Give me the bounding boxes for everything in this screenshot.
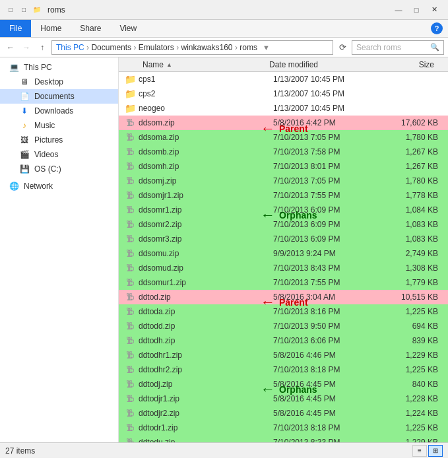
network-icon: 🌐 xyxy=(8,181,20,191)
table-row[interactable]: 🗜 ddsomj.zip 7/10/2013 7:05 PM 1,780 KB xyxy=(119,174,448,188)
main-layout: 💻 This PC 🖥 Desktop 📄 Documents ⬇ Downlo… xyxy=(0,57,448,442)
zip-icon: 🗜 xyxy=(126,220,134,229)
file-date-10: 7/10/2013 6:09 PM xyxy=(268,220,380,229)
table-row[interactable]: 📁 cps1 1/13/2007 10:45 PM xyxy=(119,72,448,86)
zip-icon: 🗜 xyxy=(126,307,134,316)
table-row[interactable]: 🗜 ddtodjr1.zip 5/8/2016 4:45 PM 1,228 KB xyxy=(119,391,448,406)
table-row[interactable]: 🗜 ddsomr1.zip 7/10/2013 6:09 PM 1,084 KB xyxy=(119,203,448,217)
search-box[interactable]: Search roms 🔍 xyxy=(352,40,444,55)
title-bar-icons: □ □ 📁 xyxy=(5,5,42,15)
address-path[interactable]: This PC › Documents › Emulators › winkaw… xyxy=(51,40,333,55)
table-row[interactable]: 🗜 ddtodhr2.zip 7/10/2013 8:18 PM 1,225 K… xyxy=(119,362,448,377)
table-row[interactable]: 🗜 ddtodj.zip 5/8/2016 4:45 PM 840 KB xyxy=(119,377,448,391)
sidebar-item-videos[interactable]: 🎬 Videos xyxy=(0,147,118,162)
sidebar-item-music[interactable]: ♪ Music xyxy=(0,118,118,133)
tab-home[interactable]: Home xyxy=(31,20,71,37)
file-icon-18: 🗜 xyxy=(124,335,136,347)
zip-icon: 🗜 xyxy=(126,380,134,389)
file-name-21: ddtodj.zip xyxy=(136,380,268,389)
file-date-3: 5/8/2016 4:42 PM xyxy=(268,118,380,127)
table-row[interactable]: 🗜 ddtoda.zip 7/10/2013 8:16 PM 1,225 KB xyxy=(119,304,448,319)
zip-icon: 🗜 xyxy=(126,176,134,186)
file-date-24: 7/10/2013 8:18 PM xyxy=(268,423,380,432)
pictures-label: Pictures xyxy=(34,135,63,145)
table-row[interactable]: 🗜 ddsomjr1.zip 7/10/2013 7:55 PM 1,778 K… xyxy=(119,188,448,203)
table-row[interactable]: 🗜 ddsomr3.zip 7/10/2013 6:09 PM 1,083 KB xyxy=(119,232,448,246)
path-dropdown-icon[interactable]: ▼ xyxy=(263,44,270,51)
table-row[interactable]: 🗜 ddsom.zip 5/8/2016 4:42 PM 17,602 KB xyxy=(119,116,448,130)
table-row[interactable]: 🗜 ddsomr2.zip 7/10/2013 6:09 PM 1,083 KB xyxy=(119,217,448,232)
file-icon-7: 🗜 xyxy=(124,175,136,187)
up-button[interactable]: ↑ xyxy=(36,41,49,54)
zip-icon: 🗜 xyxy=(126,191,134,200)
table-row[interactable]: 🗜 ddsomud.zip 7/10/2013 8:43 PM 1,308 KB xyxy=(119,261,448,275)
table-row[interactable]: 🗜 ddsomh.zip 7/10/2013 8:01 PM 1,267 KB xyxy=(119,159,448,174)
col-name-header[interactable]: Name ▲ xyxy=(119,60,264,69)
maximize-button[interactable]: □ xyxy=(408,3,425,17)
title-icon-2: □ xyxy=(18,5,29,15)
table-row[interactable]: 🗜 ddsomur1.zip 7/10/2013 7:55 PM 1,779 K… xyxy=(119,275,448,290)
forward-button[interactable]: → xyxy=(20,41,33,54)
table-row[interactable]: 🗜 ddsomb.zip 7/10/2013 7:58 PM 1,267 KB xyxy=(119,145,448,159)
tab-view[interactable]: View xyxy=(110,20,146,37)
sort-arrow: ▲ xyxy=(166,61,172,68)
table-row[interactable]: 🗜 ddtodu.zip 7/10/2013 8:33 PM 1,229 KB xyxy=(119,435,448,442)
table-row[interactable]: 🗜 ddsomu.zip 9/9/2013 9:24 PM 2,749 KB xyxy=(119,246,448,261)
name-header-label: Name xyxy=(143,60,164,69)
file-name-16: ddtoda.zip xyxy=(136,307,268,316)
table-row[interactable]: 🗜 ddtod.zip 5/8/2016 3:04 AM 10,515 KB xyxy=(119,290,448,304)
file-date-13: 7/10/2013 8:43 PM xyxy=(268,263,380,273)
file-icon-1: 📁 xyxy=(124,88,136,100)
file-name-19: ddtodhr1.zip xyxy=(136,351,268,360)
sidebar-item-documents[interactable]: 📄 Documents xyxy=(0,89,118,104)
file-date-25: 7/10/2013 8:33 PM xyxy=(268,438,380,443)
zip-icon: 🗜 xyxy=(126,365,134,374)
title-bar: □ □ 📁 roms — □ ✕ xyxy=(0,0,448,20)
help-button[interactable]: ? xyxy=(431,22,443,34)
col-size-header[interactable]: Size xyxy=(376,60,442,69)
file-icon-6: 🗜 xyxy=(124,160,136,172)
ribbon: File Home Share View ? xyxy=(0,20,448,38)
content-wrapper: Name ▲ Date modified Size 📁 cps1 1/13/20… xyxy=(119,57,448,442)
file-list-container[interactable]: Name ▲ Date modified Size 📁 cps1 1/13/20… xyxy=(119,57,448,442)
table-row[interactable]: 📁 cps2 1/13/2007 10:45 PM xyxy=(119,86,448,101)
file-date-7: 7/10/2013 7:05 PM xyxy=(268,176,380,186)
table-row[interactable]: 🗜 ddtodhr1.zip 5/8/2016 4:46 PM 1,229 KB xyxy=(119,348,448,362)
close-button[interactable]: ✕ xyxy=(426,3,443,17)
table-row[interactable]: 📁 neogeo 1/13/2007 10:45 PM xyxy=(119,101,448,116)
file-name-14: ddsomur1.zip xyxy=(136,278,268,287)
file-icon-23: 🗜 xyxy=(124,407,136,419)
table-row[interactable]: 🗜 ddtodd.zip 7/10/2013 9:50 PM 694 KB xyxy=(119,319,448,333)
sidebar-item-thispc[interactable]: 💻 This PC xyxy=(0,60,118,75)
tab-file[interactable]: File xyxy=(0,20,31,37)
tab-share[interactable]: Share xyxy=(71,20,110,37)
zip-icon: 🗜 xyxy=(126,322,134,331)
view-icons-button[interactable]: ⊞ xyxy=(428,445,443,457)
file-icon-15: 🗜 xyxy=(124,291,136,303)
minimize-button[interactable]: — xyxy=(390,3,407,17)
file-size-15: 10,515 KB xyxy=(380,292,446,302)
table-row[interactable]: 🗜 ddtodjr2.zip 5/8/2016 4:45 PM 1,224 KB xyxy=(119,406,448,421)
file-size-20: 1,225 KB xyxy=(380,365,446,374)
sidebar-item-network[interactable]: 🌐 Network xyxy=(0,179,118,193)
table-row[interactable]: 🗜 ddsoma.zip 7/10/2013 7:05 PM 1,780 KB xyxy=(119,130,448,145)
table-row[interactable]: 🗜 ddtodr1.zip 7/10/2013 8:18 PM 1,225 KB xyxy=(119,421,448,435)
sidebar-item-osc[interactable]: 💾 OS (C:) xyxy=(0,162,118,176)
file-size-17: 694 KB xyxy=(380,322,446,331)
col-date-header[interactable]: Date modified xyxy=(264,60,376,69)
file-size-23: 1,224 KB xyxy=(380,409,446,418)
documents-icon: 📄 xyxy=(18,91,30,102)
sidebar-item-desktop[interactable]: 🖥 Desktop xyxy=(0,75,118,89)
file-size-18: 839 KB xyxy=(380,336,446,345)
back-button[interactable]: ← xyxy=(4,41,17,54)
downloads-icon: ⬇ xyxy=(18,106,30,116)
sidebar-item-downloads[interactable]: ⬇ Downloads xyxy=(0,104,118,118)
zip-icon: 🗜 xyxy=(126,205,134,215)
folder-icon: 📁 xyxy=(125,103,136,114)
view-detail-button[interactable]: ≡ xyxy=(412,445,427,457)
table-row[interactable]: 🗜 ddtodh.zip 7/10/2013 6:06 PM 839 KB xyxy=(119,333,448,348)
refresh-button[interactable]: ⟳ xyxy=(336,41,349,54)
file-icon-16: 🗜 xyxy=(124,306,136,318)
sidebar-item-pictures[interactable]: 🖼 Pictures xyxy=(0,133,118,147)
file-name-25: ddtodu.zip xyxy=(136,438,268,443)
